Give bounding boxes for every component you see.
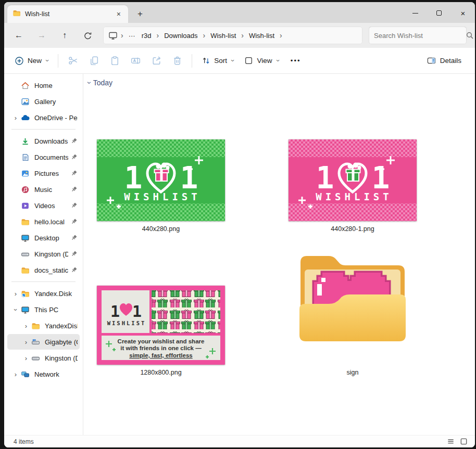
breadcrumb-downloads[interactable]: Downloads: [161, 32, 201, 40]
sidebar-item-onedrive[interactable]: › OneDrive - Persona: [7, 110, 80, 125]
close-button[interactable]: ×: [451, 3, 475, 23]
file-tile-440x280-1[interactable]: 1 1 WISHLIST 440x280-1.png: [289, 139, 417, 233]
sort-button-label: Sort: [214, 57, 227, 65]
sidebar-item-gigabyte-c[interactable]: › Gigabyte (C:): [7, 334, 80, 350]
tab-wish-list[interactable]: Wish-list ×: [7, 5, 128, 23]
new-plus-icon: [15, 56, 24, 66]
sidebar-item-downloads[interactable]: Downloads: [7, 133, 80, 149]
cut-button[interactable]: [62, 52, 83, 70]
sidebar-item-music[interactable]: Music: [7, 182, 80, 197]
sidebar-item-yandexdisk[interactable]: › YandexDisk: [7, 318, 80, 333]
sidebar-item-docs-static[interactable]: docs_static: [7, 262, 80, 278]
share-button[interactable]: [146, 52, 167, 70]
sidebar-item-kingston-d[interactable]: › Kingston (D:): [7, 350, 80, 366]
file-tile-1280x800[interactable]: 1 1 WISHLIST Create your wishlist and sh…: [97, 286, 225, 376]
file-name[interactable]: 1280x800.png: [97, 369, 225, 376]
svg-text:Create your wishlist and share: Create your wishlist and share: [118, 338, 205, 344]
svg-text:1: 1: [132, 302, 142, 320]
sidebar-item-label: Gallery: [34, 98, 78, 106]
expand-chevron-icon[interactable]: ›: [10, 290, 21, 298]
collapse-chevron-icon: ›: [12, 309, 20, 311]
image-thumbnail-green[interactable]: 1 1 WISHLIST: [97, 139, 225, 221]
folder-tile-sign[interactable]: sign: [289, 249, 417, 376]
details-button[interactable]: Details: [421, 52, 467, 69]
refresh-icon: [83, 31, 92, 40]
minimize-button[interactable]: [403, 3, 427, 23]
rename-button[interactable]: [125, 52, 146, 70]
sidebar-item-label: Kingston (D:): [45, 354, 78, 362]
downloads-icon: [21, 137, 30, 146]
breadcrumb-r3d[interactable]: r3d: [139, 32, 155, 40]
sidebar-item-this-pc[interactable]: › This PC: [7, 302, 80, 317]
sidebar-item-yandex-disk[interactable]: › Yandex.Disk: [7, 286, 80, 301]
sidebar-item-label: Network: [34, 370, 78, 378]
sidebar-item-home[interactable]: Home: [7, 78, 80, 93]
new-tab-button[interactable]: +: [132, 6, 148, 22]
details-button-label: Details: [440, 57, 461, 65]
maximize-button[interactable]: [427, 3, 451, 23]
view-button[interactable]: View ›: [239, 53, 284, 69]
svg-text:WISHLIST: WISHLIST: [316, 191, 393, 202]
sidebar-item-label: docs_static: [34, 266, 68, 274]
file-tile-440x280[interactable]: 1 1 WISHLIST 440x280.png: [97, 139, 225, 233]
tab-close-icon[interactable]: ×: [115, 10, 123, 18]
maximize-icon: [436, 10, 442, 16]
new-button[interactable]: New ›: [9, 53, 54, 69]
sidebar-item-pictures[interactable]: Pictures: [7, 165, 80, 181]
svg-text:1: 1: [124, 160, 143, 196]
details-view-toggle[interactable]: [447, 438, 455, 445]
sidebar-item-gallery[interactable]: Gallery: [7, 94, 80, 109]
tab-title: Wish-list: [25, 10, 115, 18]
sidebar-item-desktop[interactable]: Desktop: [7, 230, 80, 246]
image-thumbnail-banner[interactable]: 1 1 WISHLIST Create your wishlist and sh…: [97, 286, 225, 365]
breadcrumb-wish-list[interactable]: Wish-list: [207, 32, 239, 40]
svg-text:1: 1: [316, 160, 334, 196]
home-icon: [21, 81, 30, 90]
breadcrumb[interactable]: › ··· r3d › Downloads › Wish-list › Wish…: [103, 27, 362, 44]
svg-text:simple, fast, effortless: simple, fast, effortless: [129, 352, 192, 358]
breadcrumb-wish-list-2[interactable]: Wish-list: [246, 32, 278, 40]
svg-text:1: 1: [110, 302, 120, 320]
expand-chevron-icon[interactable]: ›: [10, 370, 21, 378]
refresh-button[interactable]: [78, 27, 97, 44]
file-name[interactable]: sign: [289, 369, 417, 376]
expand-chevron-icon[interactable]: ›: [21, 338, 31, 346]
file-name[interactable]: 440x280.png: [97, 225, 225, 233]
file-name[interactable]: 440x280-1.png: [289, 225, 417, 233]
delete-button[interactable]: [167, 52, 187, 70]
search-box[interactable]: [369, 27, 467, 44]
folder-with-content-icon[interactable]: [294, 249, 411, 344]
search-input[interactable]: [374, 32, 466, 40]
sidebar-item-label: Documents: [34, 153, 68, 161]
network-icon: [21, 370, 30, 379]
back-button[interactable]: ←: [9, 27, 28, 44]
expand-chevron-icon[interactable]: ›: [10, 114, 21, 122]
sidebar-item-videos[interactable]: Videos: [7, 198, 80, 213]
paste-icon: [109, 55, 120, 66]
sidebar-item-documents[interactable]: Documents: [7, 149, 80, 165]
thumbnail-view-toggle[interactable]: [460, 438, 468, 445]
pin-icon: [70, 234, 78, 241]
see-more-button[interactable]: •••: [284, 57, 307, 65]
sidebar-item-kingston-pinned[interactable]: Kingston (D:): [7, 246, 80, 262]
group-header-today[interactable]: › Today: [89, 79, 112, 87]
svg-text:WISHLIST: WISHLIST: [107, 320, 146, 326]
search-icon[interactable]: [466, 31, 474, 40]
copy-icon: [89, 55, 99, 66]
chevron-down-icon: ›: [44, 59, 52, 61]
svg-text:it with friends in one click —: it with friends in one click —: [120, 345, 202, 351]
copy-button[interactable]: [83, 52, 104, 70]
breadcrumb-separator: ›: [119, 31, 126, 40]
folder-icon: [21, 217, 30, 226]
paste-button[interactable]: [104, 52, 125, 70]
up-button[interactable]: ↑: [55, 27, 74, 44]
breadcrumb-ellipsis[interactable]: ···: [126, 32, 139, 40]
expand-chevron-icon[interactable]: ›: [21, 354, 31, 362]
forward-button[interactable]: →: [32, 27, 51, 44]
sidebar-item-network[interactable]: › Network: [7, 366, 80, 382]
expand-chevron-icon[interactable]: ›: [21, 322, 31, 330]
sidebar-item-hello-local[interactable]: hello.local: [7, 214, 80, 229]
sort-button[interactable]: Sort ›: [196, 53, 239, 69]
image-thumbnail-pink[interactable]: 1 1 WISHLIST: [289, 139, 417, 221]
sidebar-item-label: Home: [34, 82, 78, 89]
